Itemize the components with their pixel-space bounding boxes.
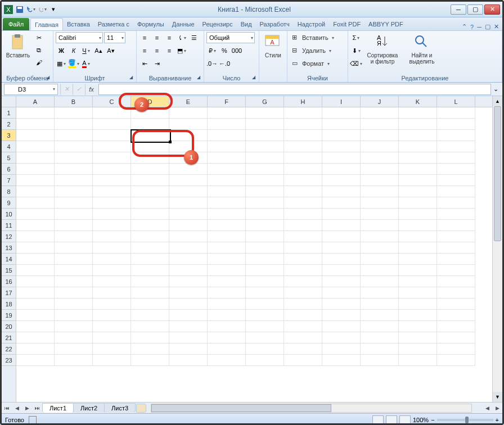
cell[interactable] <box>437 220 475 231</box>
cell[interactable] <box>93 299 131 310</box>
cell[interactable] <box>322 209 361 220</box>
cell[interactable] <box>55 321 93 332</box>
cell[interactable] <box>131 265 169 276</box>
cell[interactable] <box>437 141 475 152</box>
cell[interactable] <box>55 197 93 209</box>
find-select-button[interactable]: Найти и выделить <box>403 32 440 66</box>
cell[interactable] <box>284 265 322 276</box>
bold-button[interactable]: Ж <box>56 45 67 56</box>
cell[interactable] <box>131 355 169 366</box>
sheet-tab-1[interactable]: Лист1 <box>42 403 74 413</box>
cell[interactable] <box>284 343 322 355</box>
copy-button[interactable]: ⧉ <box>33 44 44 56</box>
cell[interactable] <box>208 231 246 242</box>
cell[interactable] <box>399 231 437 242</box>
indent-decrease-icon[interactable]: ⇤ <box>139 58 150 69</box>
row-header[interactable]: 22 <box>2 343 16 355</box>
cell[interactable] <box>208 254 246 265</box>
cell[interactable] <box>322 231 361 242</box>
cell[interactable] <box>16 287 55 299</box>
number-format-combo[interactable]: Общий <box>206 32 255 43</box>
column-header[interactable]: E <box>169 96 208 107</box>
cell[interactable] <box>361 355 399 366</box>
cell[interactable] <box>322 265 361 276</box>
cell[interactable] <box>93 321 131 332</box>
cancel-formula-icon[interactable]: ✕ <box>60 84 73 95</box>
format-painter-button[interactable]: 🖌 <box>33 57 44 68</box>
cell[interactable] <box>399 254 437 265</box>
row-header[interactable]: 11 <box>2 220 16 231</box>
column-header[interactable]: H <box>284 96 322 107</box>
page-layout-view-icon[interactable] <box>386 415 397 424</box>
align-top-icon[interactable]: ≡ <box>139 32 150 43</box>
cell[interactable] <box>437 231 475 242</box>
redo-icon[interactable] <box>38 5 47 14</box>
cell[interactable] <box>437 276 475 287</box>
cell[interactable] <box>284 242 322 254</box>
column-header[interactable]: I <box>322 96 361 107</box>
fill-color-button[interactable]: 🪣 <box>68 58 79 69</box>
cell[interactable] <box>93 152 131 164</box>
cell[interactable] <box>437 299 475 310</box>
cell[interactable] <box>246 209 284 220</box>
cell[interactable] <box>169 332 208 343</box>
cell[interactable] <box>131 141 169 152</box>
cell[interactable] <box>208 107 246 119</box>
cell[interactable] <box>437 107 475 119</box>
cell[interactable] <box>93 197 131 209</box>
cell[interactable] <box>169 231 208 242</box>
cell[interactable] <box>246 231 284 242</box>
cell[interactable] <box>361 231 399 242</box>
tab-data[interactable]: Данные <box>168 18 199 30</box>
cell[interactable] <box>361 130 399 141</box>
cell[interactable] <box>16 186 55 197</box>
row-header[interactable]: 20 <box>2 321 16 332</box>
cell[interactable] <box>399 209 437 220</box>
cell[interactable] <box>361 141 399 152</box>
cell[interactable] <box>131 175 169 186</box>
align-bottom-icon[interactable]: ≡ <box>164 32 175 43</box>
cell[interactable] <box>55 332 93 343</box>
cell[interactable] <box>55 355 93 366</box>
cell[interactable] <box>322 175 361 186</box>
cell[interactable] <box>93 141 131 152</box>
sheet-tab-2[interactable]: Лист2 <box>73 403 105 413</box>
maximize-button[interactable]: ▢ <box>467 4 483 15</box>
cell[interactable] <box>284 299 322 310</box>
page-break-view-icon[interactable] <box>399 415 411 424</box>
vscroll-thumb[interactable] <box>494 106 501 241</box>
cell[interactable] <box>169 287 208 299</box>
cell[interactable] <box>322 332 361 343</box>
cell[interactable] <box>131 332 169 343</box>
sheet-nav-first-icon[interactable]: ⏮ <box>2 403 12 413</box>
cell[interactable] <box>16 164 55 175</box>
cell[interactable] <box>322 130 361 141</box>
cell[interactable] <box>361 242 399 254</box>
underline-button[interactable]: Ч <box>80 45 92 56</box>
cell[interactable] <box>246 355 284 366</box>
clear-icon[interactable]: ⌫ <box>350 58 362 69</box>
cell[interactable] <box>208 175 246 186</box>
cell[interactable] <box>208 119 246 130</box>
cell[interactable] <box>93 186 131 197</box>
cell[interactable] <box>55 119 93 130</box>
cell[interactable] <box>16 254 55 265</box>
cell[interactable] <box>16 152 55 164</box>
cell[interactable] <box>131 299 169 310</box>
font-dialog-icon[interactable]: ◢ <box>129 75 133 80</box>
cell[interactable] <box>55 107 93 119</box>
cell[interactable] <box>169 220 208 231</box>
cell[interactable] <box>93 332 131 343</box>
cell[interactable] <box>437 164 475 175</box>
cell[interactable] <box>246 321 284 332</box>
cell[interactable] <box>208 265 246 276</box>
cell[interactable] <box>284 141 322 152</box>
increase-decimal-icon[interactable]: .0→ <box>206 58 218 69</box>
new-sheet-button[interactable] <box>136 404 146 413</box>
cell[interactable] <box>16 141 55 152</box>
enter-formula-icon[interactable]: ✓ <box>73 84 85 95</box>
cell[interactable] <box>437 130 475 141</box>
cell[interactable] <box>399 152 437 164</box>
row-header[interactable]: 1 <box>2 107 16 119</box>
cell[interactable] <box>55 220 93 231</box>
